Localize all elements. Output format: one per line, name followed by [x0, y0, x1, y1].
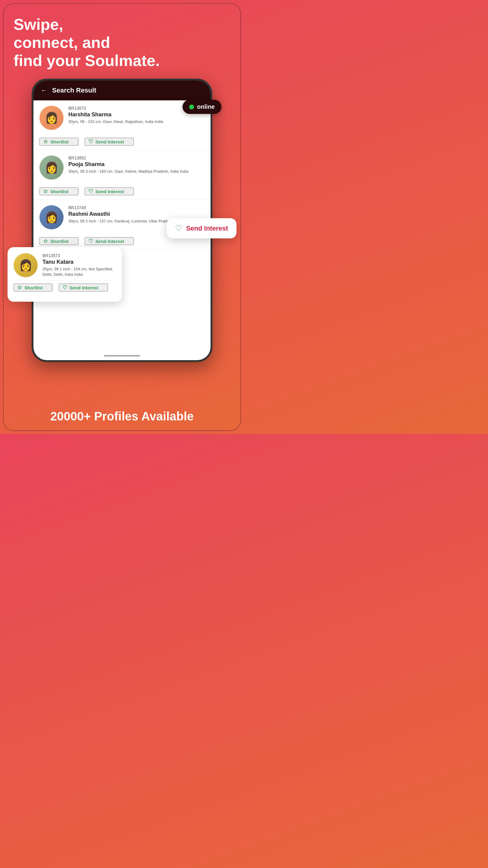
phone-btn-left-1 [32, 117, 33, 132]
profile-id-3: BR13749 [68, 205, 204, 210]
floating-profile-details: BR13573 Tanu Katara 25yrs, 5ft 1 inch - … [42, 253, 116, 277]
shortlist-btn-3[interactable]: ☆ Shortlist [39, 237, 78, 245]
bottom-text: 20000+ Profiles Available [4, 410, 240, 423]
avatar-2[interactable]: 👩 [39, 156, 64, 180]
floating-divider [53, 284, 53, 291]
phone-btn-right [211, 129, 213, 153]
star-icon-1: ☆ [43, 138, 48, 145]
floating-profile-id: BR13573 [42, 253, 116, 258]
home-indicator [104, 355, 140, 356]
action-row-1: ☆ Shortlist ♡ Send Interest [39, 134, 204, 150]
shortlist-btn-1[interactable]: ☆ Shortlist [39, 138, 78, 146]
online-badge: online [183, 100, 221, 114]
action-row-2: ☆ Shortlist ♡ Send Interest [39, 184, 204, 199]
send-interest-btn-3[interactable]: ♡ Send Interest [85, 237, 134, 245]
star-icon-3: ☆ [43, 238, 48, 244]
floating-action-row: ☆ Shortlist ♡ Send Interest [13, 280, 116, 296]
shortlist-btn-2[interactable]: ☆ Shortlist [39, 187, 78, 195]
profile-details-2: BR13852 Pooja Sharma 30yrs, 5ft 3 inch -… [68, 156, 204, 174]
profile-desc-2: 30yrs, 5ft 3 inch - 160 cm, Gaur, Indore… [68, 169, 204, 174]
floating-avatar[interactable]: 👩 [13, 253, 38, 277]
popup-send-interest-label: Send Interest [186, 224, 228, 232]
outer-card: Swipe,connect, andfind your Soulmate. ← … [3, 3, 241, 431]
phone-btn-left-2 [32, 135, 33, 156]
send-interest-btn-2[interactable]: ♡ Send Interest [85, 187, 134, 195]
send-interest-popup[interactable]: ♡ Send Interest [167, 218, 236, 239]
send-interest-btn-1[interactable]: ♡ Send Interest [85, 138, 134, 146]
online-text: online [197, 103, 215, 110]
online-dot [189, 104, 194, 110]
star-icon-2: ☆ [43, 188, 48, 195]
tagline: Swipe,connect, andfind your Soulmate. [13, 16, 230, 70]
floating-card: 👩 BR13573 Tanu Katara 25yrs, 5ft 1 inch … [7, 247, 122, 302]
profile-desc-1: 30yrs, 5ft - 152 cm, Gaur, Alwar, Rajast… [68, 119, 204, 124]
avatar-1[interactable]: 👩 [39, 106, 64, 130]
floating-profile-name: Tanu Katara [42, 259, 116, 265]
phone-wrapper: ← Search Result 👩 BR13873 Harshi [32, 79, 213, 362]
floating-star-icon: ☆ [17, 284, 22, 291]
floating-heart-icon: ♡ [62, 284, 67, 291]
floating-profile-desc: 25yrs, 5ft 1 inch - 154 cm, Not Specifie… [42, 267, 116, 277]
heart-icon-3: ♡ [88, 238, 93, 244]
popup-heart-icon: ♡ [175, 224, 182, 233]
profile-name-3: Rashmi Awasthi [68, 211, 204, 217]
heart-icon-1: ♡ [88, 138, 93, 145]
phone-btn-left-3 [32, 159, 33, 180]
back-button[interactable]: ← [41, 87, 47, 94]
heart-icon-2: ♡ [88, 188, 93, 195]
avatar-3[interactable]: 👩 [39, 205, 64, 229]
floating-shortlist-btn[interactable]: ☆ Shortlist [13, 284, 53, 291]
profile-card-2: 👩 BR13852 Pooja Sharma 30yrs, 5ft 3 inch… [33, 150, 210, 200]
screen-header: ← Search Result [33, 81, 210, 100]
profile-name-2: Pooja Sharma [68, 161, 204, 167]
screen-title: Search Result [52, 87, 96, 94]
floating-send-interest-btn[interactable]: ♡ Send Interest [59, 284, 108, 291]
profile-name-1: Harshita Sharma [68, 112, 204, 118]
profile-id-2: BR13852 [68, 156, 204, 160]
